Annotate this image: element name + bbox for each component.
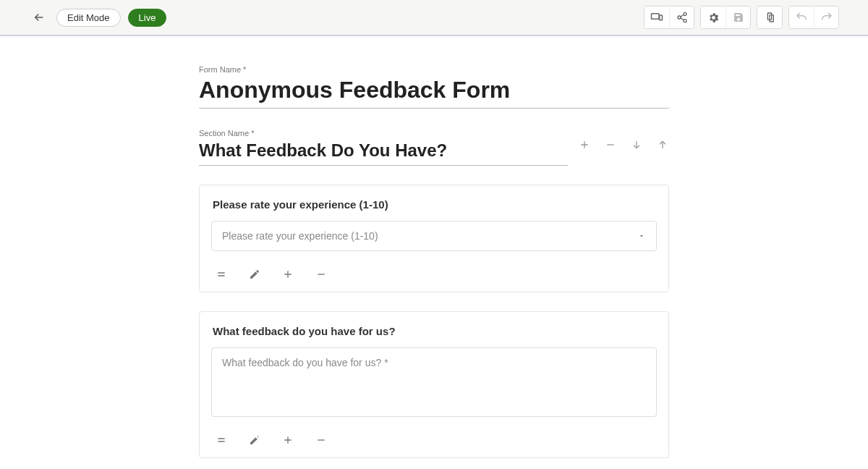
arrow-left-icon — [33, 11, 46, 24]
question-actions — [211, 267, 657, 282]
section-header-left: Section Name * — [199, 129, 568, 166]
form-name-label: Form Name * — [199, 65, 669, 74]
drag-icon — [216, 269, 227, 280]
section-add-button[interactable] — [578, 138, 591, 151]
plus-icon — [579, 139, 590, 151]
duplicate-button[interactable] — [757, 7, 782, 28]
back-button[interactable] — [29, 7, 49, 28]
save-button[interactable] — [726, 7, 750, 28]
section-name-input[interactable] — [199, 139, 568, 166]
share-icon — [676, 12, 688, 23]
question-drag-button[interactable] — [214, 433, 229, 447]
svg-point-3 — [678, 16, 681, 19]
topbar-right — [644, 6, 839, 29]
question-card: What feedback do you have for us? What f… — [199, 311, 669, 458]
drag-icon — [216, 434, 227, 446]
copy-icon — [764, 12, 775, 23]
edit-mode-toggle[interactable]: Edit Mode — [56, 9, 121, 27]
topbar: Edit Mode Live — [0, 0, 868, 36]
pencil-icon — [249, 269, 260, 280]
chevron-down-icon — [637, 232, 646, 240]
question-add-button[interactable] — [281, 433, 295, 447]
undo-button[interactable] — [789, 7, 814, 28]
question-textarea-placeholder: What feedback do you have for us? * — [222, 357, 388, 368]
section-move-up-button[interactable] — [656, 138, 669, 151]
question-card: Please rate your experience (1-10) Pleas… — [199, 185, 669, 292]
question-remove-button[interactable] — [314, 433, 328, 447]
pencil-icon — [249, 434, 260, 446]
section-header-row: Section Name * — [199, 129, 669, 166]
device-preview-button[interactable] — [644, 7, 669, 28]
undo-redo-group — [788, 6, 839, 29]
settings-save-group — [700, 6, 751, 29]
undo-icon — [795, 11, 808, 24]
question-actions — [211, 433, 657, 447]
question-edit-button[interactable] — [247, 267, 262, 282]
minus-icon — [605, 139, 616, 151]
live-badge[interactable]: Live — [128, 9, 167, 27]
section-name-label: Section Name * — [199, 129, 568, 138]
minus-icon — [315, 434, 327, 446]
redo-button[interactable] — [814, 7, 838, 28]
form-editor: Form Name * Section Name * Please rate y… — [199, 65, 669, 469]
question-edit-button[interactable] — [247, 433, 262, 447]
redo-icon — [820, 11, 833, 24]
section-move-down-button[interactable] — [630, 138, 643, 151]
question-remove-button[interactable] — [314, 267, 328, 282]
share-button[interactable] — [669, 7, 694, 28]
save-icon — [733, 12, 744, 23]
svg-point-4 — [684, 20, 686, 22]
question-select-placeholder: Please rate your experience (1-10) — [222, 230, 378, 242]
svg-rect-0 — [652, 14, 660, 20]
plus-icon — [282, 269, 294, 280]
plus-icon — [282, 434, 294, 446]
question-title: What feedback do you have for us? — [211, 325, 657, 337]
topbar-left: Edit Mode Live — [29, 7, 166, 28]
settings-button[interactable] — [701, 7, 726, 28]
question-textarea[interactable]: What feedback do you have for us? * — [211, 347, 657, 417]
question-add-button[interactable] — [281, 267, 295, 282]
question-title: Please rate your experience (1-10) — [211, 198, 657, 211]
arrow-up-icon — [657, 139, 668, 151]
gear-icon — [707, 12, 720, 24]
arrow-down-icon — [631, 139, 642, 151]
svg-point-2 — [684, 12, 686, 15]
device-share-group — [644, 6, 694, 29]
question-select[interactable]: Please rate your experience (1-10) — [211, 221, 657, 251]
copy-group — [757, 6, 783, 29]
question-drag-button[interactable] — [214, 267, 229, 282]
minus-icon — [315, 269, 327, 280]
form-name-input[interactable] — [199, 75, 669, 109]
section-remove-button[interactable] — [604, 138, 617, 151]
devices-icon — [650, 11, 663, 24]
svg-rect-1 — [660, 15, 663, 20]
section-actions — [578, 138, 669, 166]
